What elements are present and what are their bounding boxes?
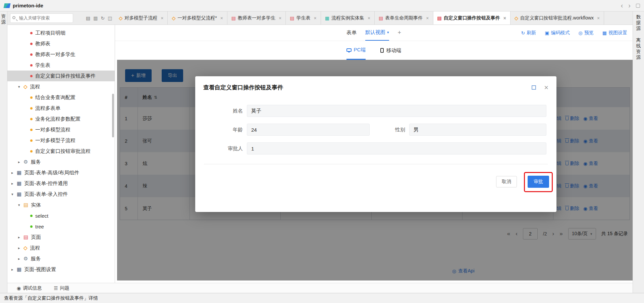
sidebar-item[interactable]: 实体: [7, 200, 115, 210]
preview-button[interactable]: 预览: [579, 30, 594, 36]
caret-right-icon[interactable]: [18, 235, 23, 240]
gender-field[interactable]: [409, 124, 546, 136]
caret-down-icon[interactable]: [18, 85, 23, 89]
close-icon[interactable]: [503, 15, 506, 21]
close-icon[interactable]: [279, 15, 281, 21]
caret-right-icon[interactable]: [11, 171, 17, 175]
nav-back-icon[interactable]: ‹: [621, 2, 623, 9]
sidebar-item[interactable]: 自定义窗口按钮审批流程: [7, 146, 115, 157]
rail-tab-resources[interactable]: 资源: [0, 13, 7, 25]
tab-default-view[interactable]: 默认视图: [365, 25, 389, 41]
sidebar-item[interactable]: 流程: [7, 243, 115, 253]
rail-tab-offline-resources[interactable]: 离线资源: [633, 37, 644, 60]
sidebar-item[interactable]: 教师表一对多学生: [7, 49, 115, 60]
sidebar-scrollbar[interactable]: [112, 94, 114, 137]
close-icon[interactable]: [220, 15, 223, 21]
sidebar-item[interactable]: 服务: [7, 253, 115, 264]
close-icon[interactable]: [544, 84, 548, 91]
sidebar-item[interactable]: 流程: [7, 81, 115, 92]
sidebar-item[interactable]: 页面-视图设置: [7, 264, 115, 275]
editor-tab[interactable]: 自定义窗口按钮审批流程.workflowx: [511, 11, 604, 25]
search-input[interactable]: [10, 13, 73, 23]
age-field[interactable]: [247, 124, 370, 136]
close-icon[interactable]: [161, 15, 163, 21]
chevron-down-icon: [387, 30, 389, 35]
editor-tab-label: 对多模型子流程: [124, 15, 157, 21]
sidebar-item[interactable]: 学生表: [7, 60, 115, 71]
editor-tab[interactable]: 对多模型子流程: [115, 11, 168, 25]
rail-tab-label: 资源: [1, 13, 6, 25]
caret-right-icon[interactable]: [18, 257, 23, 261]
caret-down-icon[interactable]: [18, 203, 23, 207]
cancel-button[interactable]: 取消: [496, 176, 517, 187]
editor-tab-label: 表单生命周期事件: [385, 15, 423, 21]
refresh-icon: [521, 30, 525, 36]
refresh-label: 刷新: [527, 30, 536, 36]
close-icon[interactable]: [426, 15, 429, 21]
sidebar-item[interactable]: tree: [7, 221, 115, 232]
dot-orange-icon: [30, 129, 33, 131]
dot-red-icon: [30, 43, 33, 45]
sidebar-item[interactable]: 页面-表单-控件通用: [7, 178, 115, 189]
left-rail: 资源: [0, 11, 7, 293]
app-title: primeton-ide: [13, 3, 43, 8]
tab-form[interactable]: 表单: [346, 25, 357, 41]
collapse-all-icon[interactable]: [93, 15, 98, 21]
tab-mobile[interactable]: 移动端: [380, 41, 401, 60]
caret-right-icon[interactable]: [11, 267, 17, 272]
editor-tab[interactable]: 教师表一对多学生: [227, 11, 286, 25]
nav-forward-icon[interactable]: ›: [628, 2, 631, 9]
caret-right-icon[interactable]: [18, 246, 23, 250]
close-icon[interactable]: [597, 15, 600, 21]
tab-problems[interactable]: 问题: [54, 285, 69, 291]
sidebar-item[interactable]: 流程多表单: [7, 103, 115, 114]
add-view-label: +: [398, 29, 401, 36]
add-view-button[interactable]: +: [398, 25, 401, 41]
sidebar-item[interactable]: 一对多模型流程: [7, 124, 115, 135]
editor-tab[interactable]: 自定义窗口操作按钮及事件: [433, 11, 511, 25]
editor-tab[interactable]: 表单生命周期事件: [375, 11, 433, 25]
entity-icon: [23, 202, 28, 208]
approve-button[interactable]: 审批: [528, 176, 549, 188]
workflow-icon: [23, 245, 28, 251]
sidebar-item-label: 一对多模型流程: [35, 127, 70, 133]
editor-tab-label: 流程实例实体集: [331, 15, 364, 21]
approver-field[interactable]: [247, 142, 546, 155]
split-view-icon[interactable]: [108, 15, 112, 21]
editor-tab-strip: 对多模型子流程一对多模型父流程*教师表一对多学生学生表流程实例实体集表单生命周期…: [7, 11, 633, 25]
sidebar-item[interactable]: select: [7, 210, 115, 221]
caret-right-icon[interactable]: [11, 181, 17, 186]
sidebar-item[interactable]: 服务: [7, 157, 115, 167]
tab-debug-info[interactable]: 调试信息: [17, 285, 42, 291]
view-settings-button[interactable]: 视图设置: [602, 30, 627, 36]
locate-file-icon[interactable]: [86, 15, 90, 21]
page-icon: [23, 234, 28, 240]
caret-right-icon[interactable]: [18, 160, 23, 164]
name-field[interactable]: [247, 105, 546, 117]
editor-tab[interactable]: 一对多模型父流程*: [168, 11, 227, 25]
sidebar-item[interactable]: 页面-表单-录入控件: [7, 189, 115, 200]
sidebar-item[interactable]: 自定义窗口操作按钮及事件: [7, 71, 115, 81]
sidebar-item-label: tree: [35, 224, 44, 229]
code-mode-button[interactable]: 编码模式: [545, 30, 570, 36]
sidebar-item-label: 页面-视图设置: [24, 266, 56, 273]
close-icon[interactable]: [368, 15, 370, 21]
sidebar-item[interactable]: 业务化流程参数配置: [7, 114, 115, 124]
close-icon[interactable]: [314, 15, 316, 21]
sidebar-item[interactable]: 页面-表单-高级/布局组件: [7, 167, 115, 178]
sidebar-item[interactable]: 工程项目明细: [7, 28, 115, 38]
editor-tab[interactable]: 流程实例实体集: [321, 11, 375, 25]
sidebar-item[interactable]: 一对多模型子流程: [7, 135, 115, 146]
refresh-tree-icon[interactable]: [101, 15, 105, 21]
editor-tab[interactable]: 学生表: [286, 11, 321, 25]
refresh-button[interactable]: 刷新: [521, 30, 536, 36]
sidebar-item[interactable]: 结合业务查询配置: [7, 92, 115, 103]
restore-window-icon[interactable]: [636, 4, 640, 8]
package-icon: [17, 170, 21, 176]
fullscreen-icon[interactable]: [532, 85, 536, 90]
tab-pc[interactable]: PC端: [346, 41, 366, 60]
rail-tab-datasource[interactable]: 数据源: [633, 14, 644, 31]
caret-down-icon[interactable]: [11, 192, 17, 197]
sidebar-item[interactable]: 教师表: [7, 38, 115, 49]
sidebar-item[interactable]: 页面: [7, 232, 115, 243]
